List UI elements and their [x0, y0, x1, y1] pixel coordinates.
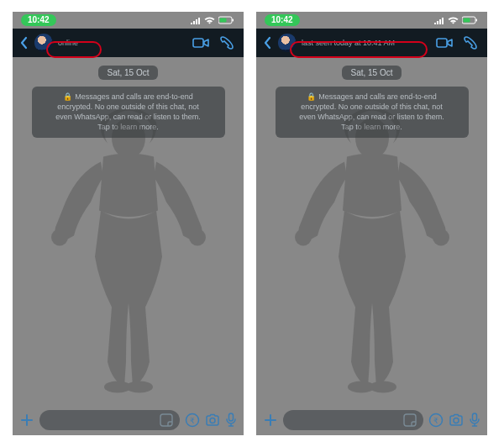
svg-rect-17 [437, 39, 447, 47]
status-time: 10:42 [265, 14, 300, 26]
phone-screenshot-left: 10:42 online [13, 12, 244, 435]
payment-button[interactable]: ₹ [428, 413, 444, 428]
rupee-icon: ₹ [428, 413, 444, 428]
signal-icon [191, 17, 201, 24]
sticker-icon [160, 413, 173, 427]
presence-status: online [58, 39, 78, 47]
svg-rect-2 [233, 19, 234, 22]
date-separator: Sat, 15 Oct [342, 66, 401, 80]
sticker-icon [403, 413, 417, 427]
enc-line1: Messages and calls are end-to-end [75, 92, 193, 101]
mic-icon [469, 413, 480, 428]
signal-icon [434, 17, 444, 24]
status-indicators [191, 16, 235, 24]
video-icon [192, 37, 209, 49]
wifi-icon [204, 17, 215, 24]
lock-icon: 🔒 [307, 92, 316, 102]
message-input[interactable] [283, 410, 423, 430]
status-time: 10:42 [21, 14, 56, 26]
contact-meta[interactable]: online [58, 39, 78, 47]
sticker-button[interactable] [160, 413, 173, 427]
svg-text:₹: ₹ [433, 417, 438, 425]
camera-icon [205, 413, 220, 427]
svg-point-26 [454, 418, 459, 423]
sticker-button[interactable] [403, 413, 417, 427]
mic-button[interactable] [225, 413, 237, 428]
phone-icon [219, 35, 234, 50]
svg-rect-3 [193, 39, 203, 47]
rupee-icon: ₹ [185, 413, 200, 428]
video-call-button[interactable] [190, 37, 212, 49]
chat-body: Sat, 15 Oct 🔒Messages and calls are end-… [256, 57, 487, 405]
enc-line1: Messages and calls are end-to-end [318, 92, 437, 101]
camera-button[interactable] [449, 413, 464, 427]
chevron-left-icon [263, 36, 273, 50]
plus-icon [263, 413, 278, 428]
phone-icon [463, 35, 478, 50]
svg-rect-1 [220, 18, 227, 23]
chevron-left-icon [19, 36, 29, 50]
status-bar: 10:42 [256, 12, 487, 29]
chat-header: online [13, 29, 244, 57]
video-icon [436, 37, 453, 49]
chat-header: last seen today at 10:41 AM [256, 29, 487, 57]
video-call-button[interactable] [433, 37, 455, 49]
lock-icon: 🔒 [63, 92, 72, 102]
add-button[interactable] [19, 413, 34, 428]
contact-avatar[interactable] [278, 34, 297, 52]
svg-point-19 [295, 229, 312, 246]
battery-icon [218, 16, 235, 24]
message-input-bar: ₹ [13, 405, 244, 435]
svg-point-20 [433, 229, 449, 246]
svg-rect-15 [464, 18, 470, 23]
back-button[interactable] [19, 36, 29, 50]
svg-rect-16 [476, 19, 478, 22]
battery-icon [462, 16, 479, 24]
presence-status: last seen today at 10:41 AM [302, 39, 395, 47]
mic-button[interactable] [469, 413, 480, 428]
wallpaper-silhouette [276, 110, 469, 399]
wallpaper-silhouette [32, 110, 225, 399]
back-button[interactable] [263, 36, 273, 50]
chat-body: Sat, 15 Oct 🔒Messages and calls are end-… [13, 57, 244, 405]
svg-rect-27 [473, 413, 477, 421]
payment-button[interactable]: ₹ [185, 413, 200, 428]
plus-icon [19, 413, 34, 428]
svg-point-4 [112, 118, 145, 159]
mic-icon [225, 413, 237, 428]
svg-point-6 [189, 229, 206, 246]
wifi-icon [448, 17, 459, 24]
svg-text:₹: ₹ [190, 417, 195, 425]
date-separator: Sat, 15 Oct [98, 66, 157, 80]
svg-point-12 [210, 418, 215, 423]
svg-rect-9 [160, 414, 172, 426]
svg-rect-23 [404, 414, 416, 426]
camera-icon [449, 413, 464, 427]
camera-button[interactable] [205, 413, 220, 427]
svg-rect-13 [229, 413, 234, 421]
add-button[interactable] [263, 413, 278, 428]
svg-point-22 [370, 381, 396, 393]
voice-call-button[interactable] [460, 35, 480, 50]
contact-avatar[interactable] [34, 34, 53, 52]
svg-point-18 [355, 118, 389, 159]
svg-point-5 [51, 229, 68, 246]
status-indicators [434, 16, 479, 24]
status-bar: 10:42 [13, 12, 244, 29]
svg-point-8 [126, 381, 153, 393]
contact-meta[interactable]: last seen today at 10:41 AM [302, 39, 395, 47]
message-input[interactable] [39, 410, 180, 430]
voice-call-button[interactable] [217, 35, 237, 50]
phone-screenshot-right: 10:42 last seen today at 10:41 AM [256, 12, 487, 435]
message-input-bar: ₹ [256, 405, 487, 435]
